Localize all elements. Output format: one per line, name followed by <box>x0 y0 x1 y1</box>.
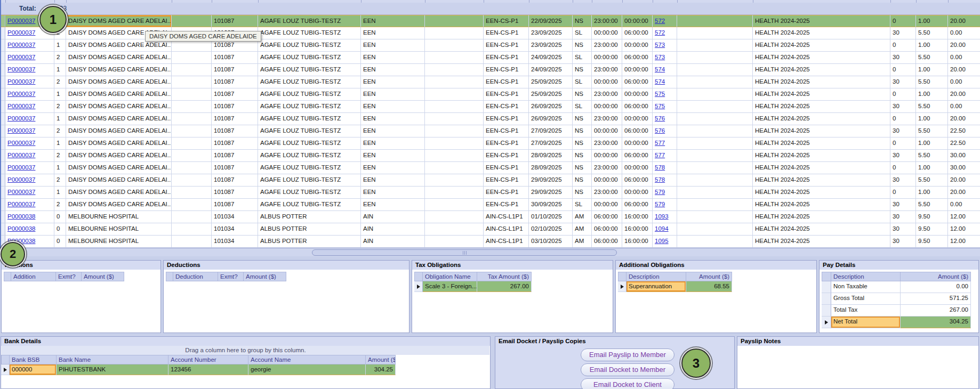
additions-col-exmt[interactable]: Exmt? <box>56 272 82 281</box>
docket-number-link[interactable]: 572 <box>655 29 665 36</box>
grid-row[interactable]: P00000371DAISY DOMS AGED CARE ADELAI...1… <box>1 137 980 150</box>
tax-obligation-name-cell[interactable]: Scale 3 - Foreign... <box>423 281 477 292</box>
docket-number-link[interactable]: 1093 <box>655 213 669 220</box>
member-number-link[interactable]: P0000037 <box>7 115 35 121</box>
docket-number-link[interactable]: 1095 <box>655 238 669 244</box>
additional-col-description[interactable]: Description <box>626 272 686 281</box>
member-number-link[interactable]: P0000037 <box>7 66 35 72</box>
docket-number-link[interactable]: 573 <box>655 54 665 60</box>
grid-row[interactable]: P0000037DAISY DOMS AGED CARE ADELAI...10… <box>1 15 980 27</box>
docket-number-link[interactable]: 575 <box>655 103 665 109</box>
deductions-col-amount[interactable]: Amount ($) <box>244 272 286 281</box>
grid-row[interactable]: P00000371DAISY DOMS AGED CARE ADELAI...1… <box>1 88 980 101</box>
grid-row[interactable]: P00000371DAISY DOMS AGED CARE ADELAI...1… <box>1 64 980 76</box>
group-by-band[interactable]: Drag a column here to group by this colu… <box>2 346 489 355</box>
docket-number-link[interactable]: 576 <box>655 127 665 134</box>
additions-col-addition[interactable]: Addition <box>11 272 56 281</box>
docket-number-link[interactable]: 577 <box>655 152 665 158</box>
grid-row[interactable]: P00000372DAISY DOMS AGED CARE ADELAI...1… <box>1 150 980 162</box>
tax-col-tax-amount[interactable]: Tax Amount ($) <box>477 272 532 281</box>
member-number-link[interactable]: P0000038 <box>7 213 35 220</box>
grid-row[interactable]: P00000371DAISY DOMS AGED CARE ADELAI...1… <box>1 187 980 199</box>
docket-number-link[interactable]: 574 <box>655 78 665 85</box>
bank-col-account-number[interactable]: Account Number <box>168 355 248 364</box>
member-number-link[interactable]: P0000037 <box>7 42 35 48</box>
grid-row[interactable]: P00000380MELBOURNE HOSPITAL101034ALBUS P… <box>1 211 980 223</box>
grid-row[interactable]: P00000372DAISY DOMS AGED CARE ADELAI...1… <box>1 76 980 88</box>
pay-row-net-total[interactable]: Net Total 304.25 <box>822 317 971 328</box>
member-number-link[interactable]: P0000037 <box>7 164 35 171</box>
bank-col-bsb[interactable]: Bank BSB <box>10 355 57 364</box>
docket-number-link[interactable]: 579 <box>655 201 665 207</box>
additional-description-cell[interactable]: Superannuation <box>626 281 686 292</box>
docket-number-link[interactable]: 575 <box>655 91 665 97</box>
pay-row-total-tax[interactable]: Total Tax 267.00 <box>822 305 971 317</box>
pay-col-amount[interactable]: Amount ($) <box>901 272 971 281</box>
pay-amount-cell[interactable]: 0.00 <box>901 281 971 293</box>
horizontal-scrollbar[interactable] <box>0 248 980 256</box>
pay-label-cell[interactable]: Gross Total <box>831 293 901 305</box>
member-number-link[interactable]: P0000037 <box>7 54 35 60</box>
pay-amount-cell[interactable]: 267.00 <box>901 305 971 317</box>
docket-number-link[interactable]: 578 <box>655 164 665 171</box>
bank-account-number-cell[interactable]: 123456 <box>168 364 248 375</box>
bank-col-account-name[interactable]: Account Name <box>248 355 366 364</box>
member-number-link[interactable]: P0000037 <box>7 18 35 24</box>
member-number-link[interactable]: P0000037 <box>7 103 35 109</box>
docket-number-link[interactable]: 576 <box>655 115 665 121</box>
tax-amount-cell[interactable]: 267.00 <box>477 281 532 292</box>
docket-number-link[interactable]: 577 <box>655 140 665 146</box>
grid-row[interactable]: P00000372DAISY DOMS AGED CARE ADELAI...1… <box>1 52 980 64</box>
bank-account-name-cell[interactable]: georgie <box>248 364 366 375</box>
pay-row-gross-total[interactable]: Gross Total 571.25 <box>822 293 971 305</box>
bank-row[interactable]: 000000 PIHUTESTBANK 123456 georgie 304.2… <box>1 364 396 375</box>
grid-row[interactable]: P00000380MELBOURNE HOSPITAL101034ALBUS P… <box>1 223 980 236</box>
additions-col-amount[interactable]: Amount ($) <box>82 272 124 281</box>
docket-number-link[interactable]: 1094 <box>655 225 669 232</box>
member-number-link[interactable]: P0000037 <box>7 176 35 183</box>
additional-amount-cell[interactable]: 68.55 <box>686 281 732 292</box>
email-docket-to-member-button[interactable]: Email Docket to Member <box>581 363 674 376</box>
tax-col-obligation-name[interactable]: Obligation Name <box>423 272 477 281</box>
docket-number-link[interactable]: 572 <box>655 18 665 24</box>
pay-label-cell[interactable]: Net Total <box>831 317 901 328</box>
grid-row[interactable]: P00000371DAISY DOMS AGED CARE ADELAI...1… <box>1 113 980 125</box>
deductions-col-exmt[interactable]: Exmt? <box>218 272 244 281</box>
grid-row[interactable]: P00000380MELBOURNE HOSPITAL101034ALBUS P… <box>1 236 980 248</box>
additional-obligation-row[interactable]: Superannuation 68.55 <box>618 281 732 292</box>
tax-obligation-row[interactable]: Scale 3 - Foreign... 267.00 <box>414 281 532 292</box>
grid-row[interactable]: P00000372DAISY DOMS AGED CARE ADELAI...1… <box>1 199 980 211</box>
additional-col-amount[interactable]: Amount ($) <box>686 272 732 281</box>
docket-number-link[interactable]: 578 <box>655 176 665 183</box>
member-number-link[interactable]: P0000037 <box>7 29 35 36</box>
pay-amount-cell[interactable]: 304.25 <box>901 317 971 328</box>
member-number-link[interactable]: P0000037 <box>7 140 35 146</box>
grid-row[interactable]: P00000371DAISY DOMS AGED CARE ADELAI...1… <box>1 162 980 174</box>
member-number-link[interactable]: P0000037 <box>7 127 35 134</box>
horizontal-scrollbar-thumb[interactable] <box>312 249 617 256</box>
member-number-link[interactable]: P0000037 <box>7 189 35 195</box>
member-number-link[interactable]: P0000037 <box>7 91 35 97</box>
pay-amount-cell[interactable]: 571.25 <box>901 293 971 305</box>
docket-number-link[interactable]: 574 <box>655 66 665 72</box>
grid-row[interactable]: P00000372DAISY DOMS AGED CARE ADELAI...1… <box>1 125 980 137</box>
bank-col-amount[interactable]: Amount ($) <box>366 355 396 364</box>
bank-amount-cell[interactable]: 304.25 <box>366 364 396 375</box>
docket-number-link[interactable]: 573 <box>655 42 665 48</box>
member-number-link[interactable]: P0000037 <box>7 152 35 158</box>
bank-bsb-cell[interactable]: 000000 <box>10 364 57 375</box>
pay-label-cell[interactable]: Total Tax <box>831 305 901 317</box>
email-payslip-to-member-button[interactable]: Email Payslip to Member <box>581 349 674 361</box>
pay-label-cell[interactable]: Non Taxable <box>831 281 901 293</box>
payslip-notes-input[interactable] <box>738 346 978 388</box>
docket-number-link[interactable]: 579 <box>655 189 665 195</box>
grid-row[interactable]: P00000372DAISY DOMS AGED CARE ADELAI...1… <box>1 174 980 187</box>
member-number-link[interactable]: P0000037 <box>7 201 35 207</box>
bank-name-cell[interactable]: PIHUTESTBANK <box>57 364 168 375</box>
member-number-link[interactable]: P0000038 <box>7 225 35 232</box>
bank-col-name[interactable]: Bank Name <box>57 355 168 364</box>
pay-row-non-taxable[interactable]: Non Taxable 0.00 <box>822 281 971 293</box>
deductions-col-deduction[interactable]: Deduction <box>173 272 218 281</box>
grid-row[interactable]: P00000372DAISY DOMS AGED CARE ADELAI...1… <box>1 101 980 113</box>
member-number-link[interactable]: P0000037 <box>7 78 35 85</box>
